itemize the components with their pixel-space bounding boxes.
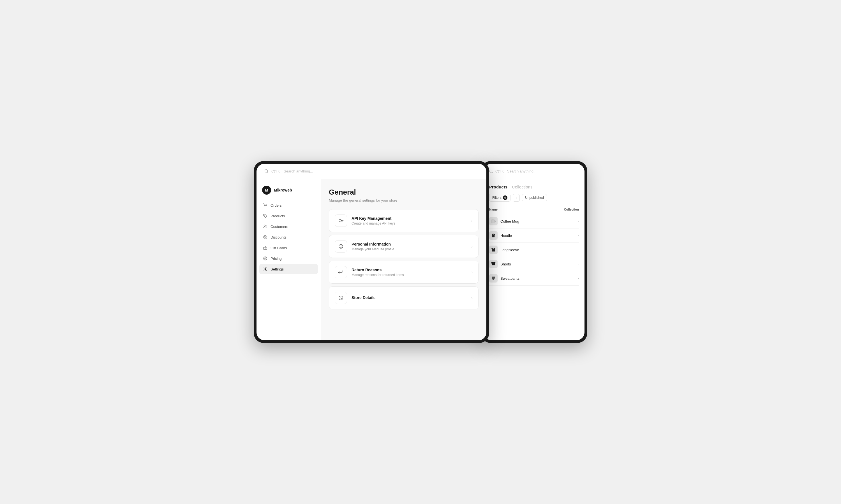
sidebar-item-orders[interactable]: Orders (259, 200, 318, 210)
brand-name: Mikroweb (274, 188, 292, 192)
chevron-right-icon-return: › (471, 270, 473, 274)
product-row-coffee-mug[interactable]: Coffee Mug - (489, 214, 579, 229)
settings-card-return[interactable]: Return Reasons Manage reasons for return… (329, 261, 479, 284)
product-thumb-hoodie (489, 231, 498, 240)
right-search-bar[interactable]: Ctrl K Search anything... (484, 164, 584, 179)
right-panel-content: Products Collections Filters 0 + Unpubli… (484, 179, 584, 340)
chevron-right-icon-personal: › (471, 244, 473, 249)
page-subtitle: Manage the general settings for your sto… (329, 198, 479, 202)
sidebar-item-products-label: Products (271, 214, 285, 218)
card-left-store: Store Details (335, 292, 376, 304)
card-desc-personal: Manage your Medusa profile (351, 247, 394, 251)
sidebar: M Mikroweb (257, 179, 321, 340)
svg-point-13 (339, 219, 341, 222)
products-table: Name Collection Coffee Mug - (489, 206, 579, 286)
product-name-sweatpants: Sweatpants (500, 276, 551, 281)
key-icon (335, 215, 347, 227)
product-name-hoodie: Hoodie (500, 234, 551, 238)
product-collection-shorts: - (551, 262, 579, 266)
sidebar-item-settings[interactable]: Settings (259, 264, 318, 274)
clock-icon (335, 292, 347, 304)
filters-label: Filters (492, 196, 501, 200)
card-info-store: Store Details (351, 295, 376, 301)
product-thumb-sweatpants (489, 274, 498, 283)
product-row-sweatpants[interactable]: Sweatpants - (489, 271, 579, 286)
page-title: General (329, 188, 479, 197)
filter-unpublished-tag[interactable]: Unpublished (522, 194, 547, 201)
tag-icon (263, 213, 268, 218)
search-placeholder: Search anything... (284, 169, 313, 173)
settings-card-api-key[interactable]: API Key Management Create and manage API… (329, 209, 479, 232)
sidebar-item-discounts-label: Discounts (271, 235, 287, 239)
svg-rect-20 (492, 219, 495, 223)
svg-point-14 (339, 245, 343, 248)
filter-add-button[interactable]: + (513, 194, 520, 202)
pricing-icon (263, 256, 268, 261)
svg-point-4 (264, 215, 265, 216)
sidebar-item-customers[interactable]: Customers (259, 221, 318, 232)
product-name-coffee-mug: Coffee Mug (500, 219, 551, 223)
right-search-placeholder: Search anything... (507, 169, 536, 173)
tab-collections[interactable]: Collections (512, 184, 532, 189)
nav-list: Orders Products (257, 200, 321, 274)
smile-icon (335, 240, 347, 253)
right-tabs: Products Collections (489, 184, 579, 189)
cart-icon (263, 203, 268, 208)
sidebar-item-customers-label: Customers (271, 224, 288, 229)
return-icon (335, 266, 347, 278)
filter-row: Filters 0 + Unpublished (489, 194, 579, 202)
table-header: Name Collection (489, 206, 579, 213)
gift-icon (263, 245, 268, 250)
card-left-return: Return Reasons Manage reasons for return… (335, 266, 404, 278)
search-bar[interactable]: Ctrl K Search anything... (257, 164, 486, 179)
product-name-longsleeve: Longsleeve (500, 248, 551, 252)
product-name-shorts: Shorts (500, 262, 551, 266)
device-right: Ctrl K Search anything... Products Colle… (481, 161, 587, 343)
sidebar-item-gift-cards-label: Gift Cards (271, 246, 287, 250)
left-screen: Ctrl K Search anything... M Mikroweb (257, 164, 486, 340)
brand-area: M Mikroweb (257, 184, 321, 200)
product-thumb-coffee-mug (489, 217, 498, 226)
filters-button[interactable]: Filters 0 (489, 194, 511, 202)
product-collection-hoodie: - (551, 234, 579, 237)
settings-card-store[interactable]: Store Details › (329, 286, 479, 309)
card-title-personal: Personal Information (351, 242, 394, 247)
sidebar-item-settings-label: Settings (271, 267, 284, 271)
brand-avatar: M (262, 186, 271, 195)
svg-point-5 (264, 225, 265, 227)
device-left: Ctrl K Search anything... M Mikroweb (254, 161, 489, 343)
product-row-shorts[interactable]: Shorts - (489, 257, 579, 271)
sidebar-item-pricing[interactable]: Pricing (259, 253, 318, 264)
search-icon (264, 169, 269, 173)
users-icon (263, 224, 268, 229)
sidebar-item-discounts[interactable]: Discounts (259, 232, 318, 242)
product-collection-sweatpants: - (551, 276, 579, 280)
sidebar-item-products[interactable]: Products (259, 211, 318, 221)
product-collection-longsleeve: - (551, 248, 579, 252)
scene: Ctrl K Search anything... M Mikroweb (254, 161, 587, 343)
settings-card-personal[interactable]: Personal Information Manage your Medusa … (329, 235, 479, 258)
svg-point-9 (265, 237, 266, 238)
tab-products[interactable]: Products (489, 184, 508, 189)
search-shortcut: Ctrl K (271, 169, 280, 173)
sidebar-item-gift-cards[interactable]: Gift Cards (259, 243, 318, 253)
right-search-icon (489, 169, 493, 173)
right-search-shortcut: Ctrl K (495, 169, 504, 173)
svg-line-19 (492, 172, 493, 173)
product-row-hoodie[interactable]: Hoodie - (489, 229, 579, 243)
svg-point-3 (266, 206, 266, 207)
svg-point-16 (341, 246, 342, 247)
card-info-personal: Personal Information Manage your Medusa … (351, 242, 394, 251)
th-name: Name (489, 208, 551, 211)
product-row-longsleeve[interactable]: Longsleeve - (489, 243, 579, 257)
card-title-api: API Key Management (351, 216, 395, 221)
svg-line-1 (268, 172, 268, 173)
svg-point-6 (266, 225, 267, 226)
product-thumb-shorts (489, 260, 498, 268)
card-desc-api: Create and manage API keys (351, 221, 395, 226)
chevron-right-icon-api: › (471, 218, 473, 223)
product-thumb-longsleeve (489, 246, 498, 254)
card-info-return: Return Reasons Manage reasons for return… (351, 268, 404, 277)
card-title-store: Store Details (351, 295, 376, 300)
svg-point-2 (264, 206, 265, 207)
